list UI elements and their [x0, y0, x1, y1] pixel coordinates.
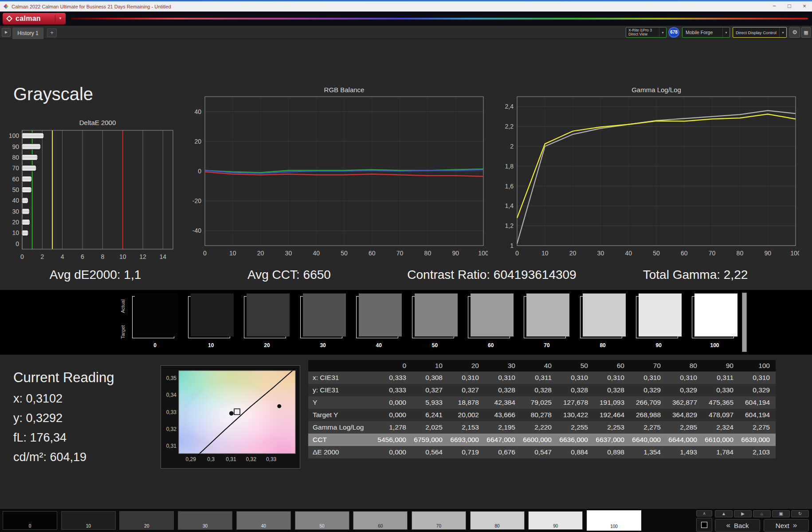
play-button[interactable]: ▶ [734, 510, 752, 517]
actual-square [359, 293, 402, 336]
table-cell: 6610,000 [703, 434, 739, 446]
table-cell: 6637,000 [594, 434, 630, 446]
table-cell: 2,025 [412, 421, 448, 434]
svg-text:40: 40 [625, 250, 632, 257]
minimize-button[interactable]: − [767, 1, 782, 12]
table-cell: 2,253 [594, 421, 630, 434]
pattern-button-30[interactable]: 30 [178, 511, 232, 530]
pattern-button-20[interactable]: 20 [119, 511, 174, 530]
table-cell: 362,877 [667, 396, 703, 409]
pattern-button-label: 80 [471, 524, 524, 528]
table-cell: 0,884 [557, 446, 594, 458]
pattern-button-label: 0 [3, 524, 57, 528]
table-cell: 2,103 [739, 446, 776, 458]
table-cell: 0,328 [521, 384, 557, 396]
table-column-header: 70 [630, 360, 667, 372]
svg-text:-40: -40 [192, 227, 201, 234]
tab-scroll-button[interactable]: ▶ [2, 28, 11, 37]
display-control-dropdown[interactable]: Direct Display Control ▼ [733, 27, 787, 38]
svg-text:0,32: 0,32 [246, 456, 257, 462]
arrow-up-button[interactable]: ▲ [715, 510, 733, 517]
pattern-button-0[interactable]: 0 [3, 511, 57, 530]
tab-history-1[interactable]: History 1 [12, 27, 43, 39]
source-dropdown-label: Mobile Forge [686, 30, 713, 35]
calman-menu-button[interactable]: calman ▼ [3, 13, 66, 24]
table-cell: 475,365 [703, 396, 739, 409]
pattern-button-10[interactable]: 10 [61, 511, 116, 530]
pattern-button-100[interactable]: 100 [587, 510, 641, 531]
table-cell: 20,002 [448, 409, 485, 421]
svg-text:0,35: 0,35 [166, 375, 177, 381]
table-row: Gamma Log/Log1,2782,0252,1532,1952,2202,… [308, 421, 776, 434]
svg-text:50: 50 [12, 186, 19, 193]
svg-text:60: 60 [12, 176, 19, 183]
table-cell: 6644,000 [667, 434, 703, 446]
swatch-level-label: 30 [300, 342, 346, 348]
pattern-button-90[interactable]: 90 [528, 511, 583, 530]
table-cell: 0,329 [630, 384, 667, 396]
table-cell: 6647,000 [485, 434, 521, 446]
svg-text:20: 20 [12, 219, 19, 226]
table-cell: 80,278 [521, 409, 557, 421]
next-button[interactable]: Next » [764, 519, 809, 532]
table-cell: 0,311 [521, 372, 557, 384]
table-cell: 0,898 [594, 446, 630, 458]
pattern-button-50[interactable]: 50 [295, 511, 349, 530]
pattern-button-80[interactable]: 80 [470, 511, 525, 530]
svg-text:40: 40 [194, 108, 201, 115]
home-button[interactable]: ⌂ [753, 510, 771, 517]
settings-gear-button[interactable]: ⚙ [789, 27, 800, 38]
refresh-button[interactable]: ↻ [791, 510, 809, 517]
actual-square [583, 293, 626, 336]
display-control-label: Direct Display Control [736, 30, 777, 35]
pattern-strip: 0102030405060708090100 [0, 509, 812, 532]
back-button[interactable]: « Back [715, 519, 760, 532]
svg-text:1: 1 [510, 242, 514, 249]
logo-bar: calman ▼ [0, 12, 812, 26]
table-cell: 0,310 [557, 372, 594, 384]
pattern-button-70[interactable]: 70 [412, 511, 466, 530]
svg-text:0,32: 0,32 [166, 426, 177, 432]
capture-button[interactable]: ▣ [772, 510, 790, 517]
pattern-button-60[interactable]: 60 [353, 511, 408, 530]
table-cell: 6,241 [412, 409, 448, 421]
stat-avg-cct: Avg CCT: 6650 [247, 268, 331, 284]
table-cell: 0,327 [448, 384, 485, 396]
table-row: Y0,0005,93318,87842,38479,025127,678191,… [308, 396, 776, 409]
svg-text:20: 20 [257, 250, 264, 257]
svg-text:1,8: 1,8 [505, 163, 514, 170]
workspace-layout-button[interactable]: ▦ [801, 27, 811, 38]
close-button[interactable]: × [797, 1, 812, 12]
swatch-level-label: 0 [132, 342, 178, 348]
table-cell: 43,666 [485, 409, 521, 421]
svg-text:1,4: 1,4 [505, 202, 514, 209]
table-cell: 1,278 [376, 421, 412, 434]
chevron-up-button[interactable]: ∧ [696, 510, 712, 516]
source-dropdown[interactable]: Mobile Forge ▼ [682, 27, 730, 38]
measurement-table: 0102030405060708090100x: CIE310,3330,308… [308, 360, 776, 458]
gamma-chart: 01020304050607080901002,42,221,81,61,41,… [496, 94, 799, 262]
pattern-window-button[interactable] [696, 518, 712, 532]
table-cell: 5456,000 [376, 434, 412, 446]
table-cell: 0,547 [521, 446, 557, 458]
table-cell: 0,000 [376, 409, 412, 421]
svg-text:90: 90 [452, 250, 459, 257]
maximize-button[interactable]: □ [782, 1, 797, 12]
table-row-label: Gamma Log/Log [308, 421, 376, 434]
table-row-label: CCT [308, 434, 376, 446]
meter-status-badge[interactable]: 678 [668, 27, 679, 38]
pattern-button-label: 40 [237, 524, 290, 528]
table-cell: 6636,000 [557, 434, 594, 446]
actual-square [303, 293, 346, 336]
swatch-scrollbar[interactable] [742, 293, 747, 352]
reading-x: x: 0,3102 [13, 392, 63, 406]
actual-square [135, 293, 178, 336]
add-tab-button[interactable]: + [47, 28, 57, 37]
pattern-button-40[interactable]: 40 [236, 511, 291, 530]
meter-dropdown[interactable]: X-Rite i1Pro 3 Direct View ▼ [626, 27, 667, 38]
table-cell: 0,676 [485, 446, 521, 458]
table-cell: 0,310 [667, 372, 703, 384]
window-title: Calman 2022 Calman Ultimate for Business… [12, 4, 171, 9]
svg-text:0,31: 0,31 [226, 456, 236, 462]
svg-text:2: 2 [40, 253, 44, 260]
